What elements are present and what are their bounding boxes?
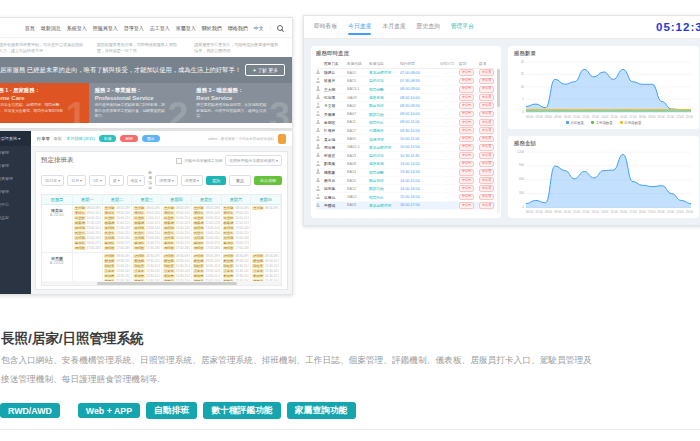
schedule-entry[interactable]: 李阿水09:00-10:00 [104,211,131,215]
schedule-entry[interactable]: 劉金水14:00-15:00 [193,231,220,235]
schedule-entry[interactable]: 吳阿桃13:00-14:00 [133,226,160,230]
checkin-badge[interactable]: 未簽到 [459,169,474,176]
checkout-badge[interactable]: 未簽退 [479,111,494,118]
schedule-entry[interactable]: 洪素月13:30-14:30 [193,269,220,273]
schedule-entry[interactable]: 郭添壽14:30-15:30 [163,274,190,278]
checkout-badge[interactable]: 未簽退 [479,161,494,168]
schedule-entry[interactable]: 王大明08:00-09:00 [74,206,101,210]
schedule-entry[interactable]: 許阿祿08:30-09:30 [133,254,160,258]
schedule-entry[interactable]: 許阿祿08:30-09:30 [193,254,220,258]
schedule-entry[interactable]: 王大明08:00-09:00 [223,206,250,210]
schedule-entry[interactable]: 吳阿桃13:00-14:00 [193,226,220,230]
schedule-entry[interactable]: 謝旺來10:30-11:30 [223,264,250,268]
batch-schedule-button[interactable]: 批次排班 [254,176,282,185]
schedule-entry[interactable]: 鄭玉梅09:30-10:30 [193,259,220,263]
checkout-badge[interactable]: 未簽退 [479,185,494,192]
week-select[interactable]: 週 ▾ [109,175,124,186]
search-icon[interactable] [277,25,283,31]
schedule-day-cell[interactable]: 許阿祿08:30-09:30鄭玉梅09:30-10:30謝旺來10:30-11:… [192,253,222,281]
sidebar-item-1[interactable]: 個案管理 [0,159,31,172]
schedule-entry[interactable]: 林春嬌11:00-12:00 [223,221,250,225]
checkout-badge[interactable]: 未簽退 [479,202,494,209]
dashboard-tab-3[interactable]: 歷史查詢 [417,22,440,38]
schedule-day-cell[interactable]: 許阿祿08:30-09:30鄭玉梅09:30-10:30謝旺來10:30-11:… [222,253,252,281]
schedule-day-cell[interactable]: 王大明08:00-09:00李阿水09:00-10:00張金枝10:00-11:… [73,205,103,252]
schedule-entry[interactable]: 鄭玉梅09:30-10:30 [104,259,131,263]
schedule-entry[interactable]: 郭添壽14:30-15:30 [104,274,131,278]
dashboard-tab-1[interactable]: 今日進度 [348,22,371,38]
schedule-entry[interactable]: 郭添壽14:30-15:30 [223,274,250,278]
schedule-entry[interactable]: 蔡添財16:00-17:00 [193,241,220,245]
sidebar-item-5[interactable]: 系統設定 [0,211,31,224]
schedule-day-cell[interactable]: 許阿祿08:30-09:30鄭玉梅09:30-10:30謝旺來10:30-11:… [103,253,133,281]
year-select[interactable]: 2021年 ▾ [41,175,64,186]
schedule-entry[interactable]: 張金枝10:00-11:00 [74,216,101,220]
service-card-2[interactable]: 服務 2 - 專業服務：Professional Service由受過專業訓練之… [89,83,191,123]
schedule-entry[interactable]: 吳阿桃13:00-14:00 [104,226,131,230]
schedule-entry[interactable]: 黃阿滿15:00-16:00 [133,236,160,240]
schedule-entry[interactable]: 劉金水14:00-15:00 [74,231,101,235]
schedule-entry[interactable]: 黃阿滿15:00-16:00 [74,236,101,240]
schedule-entry[interactable]: 周阿香17:00-18:00 [104,246,131,250]
schedule-entry[interactable]: 蔡添財16:00-17:00 [74,241,101,245]
checkout-badge[interactable]: 未簽退 [479,144,494,151]
schedule-entry[interactable]: 王大明08:00-09:00 [252,206,279,210]
schedule-entry[interactable]: 李阿水09:00-10:00 [223,211,250,215]
schedule-entry[interactable]: 黃阿滿15:00-16:00 [163,236,190,240]
schedule-entry[interactable]: 林春嬌11:00-12:00 [133,221,160,225]
schedule-entry[interactable]: 劉金水14:00-15:00 [133,231,160,235]
checkout-badge[interactable]: 未簽退 [479,78,494,85]
checkout-badge[interactable]: 未簽退 [479,86,494,93]
schedule-entry[interactable]: 郭添壽14:30-15:30 [193,274,220,278]
schedule-entry[interactable]: 洪素月13:30-14:30 [163,269,190,273]
nav-item-7[interactable]: 關於我們 [202,25,222,31]
schedule-entry[interactable]: 李阿水09:00-10:00 [133,211,160,215]
checkin-badge[interactable]: 未簽到 [459,94,474,101]
service-card-1[interactable]: 服務 1 - 居家服務：Home Care提供日常生活照顧、身體清潔、陪同就醫、… [0,83,89,123]
checkin-badge[interactable]: 未簽到 [459,111,474,118]
sidebar-item-4[interactable]: 報表中心 [0,198,31,211]
nav-item-8[interactable]: 聯絡我們 [228,25,248,31]
schedule-entry[interactable]: 許阿祿08:30-09:30 [104,254,131,258]
schedule-entry[interactable]: 周阿香17:00-18:00 [133,246,160,250]
schedule-entry[interactable]: 周阿香17:00-18:00 [223,246,250,250]
schedule-entry[interactable]: 蔡添財16:00-17:00 [223,241,250,245]
schedule-day-cell[interactable] [73,253,103,281]
schedule-entry[interactable]: 洪素月13:30-14:30 [133,269,160,273]
schedule-entry[interactable]: 吳阿桃13:00-14:00 [74,226,101,230]
checkout-badge[interactable]: 未簽退 [479,152,494,159]
schedule-entry[interactable]: 林春嬌11:00-12:00 [74,221,101,225]
checkout-badge[interactable]: 未簽退 [479,177,494,184]
checkin-badge[interactable]: 未簽到 [459,136,474,143]
schedule-entry[interactable]: 李阿水09:00-10:00 [193,211,220,215]
checkin-badge[interactable]: 未簽到 [459,152,474,159]
schedule-entry[interactable]: 鄭玉梅09:30-10:30 [163,259,190,263]
topbar-button-0[interactable]: 新增 [99,135,117,142]
month-select[interactable]: 11月 ▾ [67,175,86,186]
checkin-badge[interactable]: 未簽到 [459,194,474,201]
sidebar-item-0[interactable]: 排班管理 [0,146,31,159]
schedule-entry[interactable]: 李阿水09:00-10:00 [74,211,101,215]
schedule-entry[interactable]: 許阿祿08:30-09:30 [252,254,279,258]
schedule-entry[interactable]: 周阿香17:00-18:00 [193,246,220,250]
checkin-badge[interactable]: 未簽到 [459,102,474,109]
checkin-badge[interactable]: 未簽到 [459,161,474,168]
schedule-entry[interactable]: 謝旺來10:30-11:30 [252,264,279,268]
schedule-entry[interactable]: 郭添壽14:30-15:30 [252,274,279,278]
case-select[interactable]: 個案 ▾ [127,175,146,186]
schedule-entry[interactable]: 劉金水14:00-15:00 [163,231,190,235]
checkin-badge[interactable]: 未簽到 [459,78,474,85]
day-select[interactable]: 1日 ▾ [89,175,106,186]
schedule-day-cell[interactable]: 王大明08:00-09:00李阿水09:00-10:00張金枝10:00-11:… [222,205,252,252]
checkout-badge[interactable]: 未簽退 [479,102,494,109]
schedule-entry[interactable]: 洪素月13:30-14:30 [252,269,279,273]
nav-item-0[interactable]: 首頁 [25,25,35,31]
reset-button[interactable]: 重設 [229,175,251,186]
schedule-entry[interactable]: 鄭玉梅09:30-10:30 [133,259,160,263]
topbar-button-2[interactable]: 匯出 [142,135,160,142]
schedule-entry[interactable]: 王大明08:00-09:00 [133,206,160,210]
checkout-badge[interactable]: 未簽退 [479,69,494,76]
schedule-entry[interactable]: 王大明08:00-09:00 [193,206,220,210]
checkin-badge[interactable]: 未簽到 [459,185,474,192]
schedule-entry[interactable]: 蔡添財16:00-17:00 [133,241,160,245]
